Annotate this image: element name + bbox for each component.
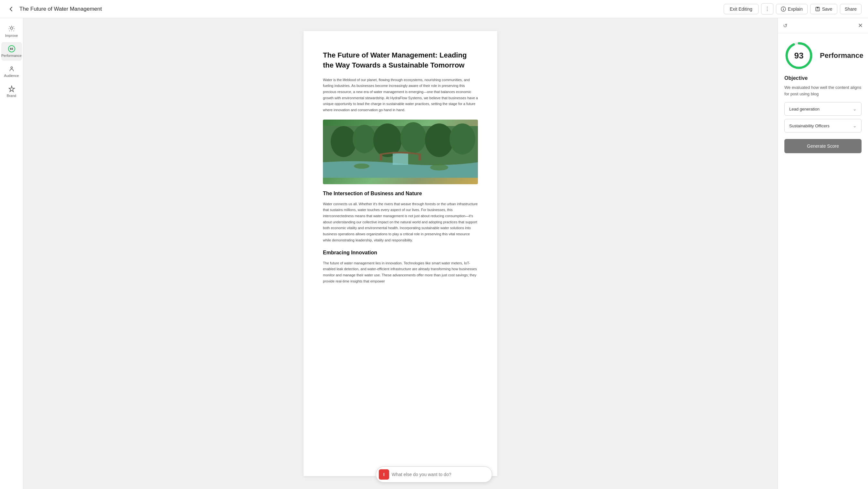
score-number: 93 [795, 51, 804, 61]
document-area[interactable]: The Future of Water Management: Leading … [23, 18, 778, 489]
section2-title: Embracing Innovation [323, 250, 478, 256]
score-section: 93 Performance [778, 33, 868, 75]
generate-btn-section: Generate Score [778, 136, 868, 160]
generate-score-button[interactable]: Generate Score [784, 139, 862, 153]
topbar-left: The Future of Water Management [6, 4, 102, 13]
document-intro: Water is the lifeblood of our planet, fl… [323, 77, 478, 113]
save-button[interactable]: Save [810, 4, 837, 14]
section1-text: Water connects us all. Whether it's the … [323, 201, 478, 243]
sidebar-performance-label: Performance [1, 54, 22, 58]
section2-text: The future of water management lies in i… [323, 260, 478, 284]
main-area: Improve 93 Performance Audience Brand Th… [0, 18, 868, 489]
lead-generation-label: Lead generation [789, 107, 819, 112]
sidebar-icons: Improve 93 Performance Audience Brand [0, 18, 23, 489]
svg-rect-15 [393, 152, 408, 165]
sidebar-improve-label: Improve [5, 34, 18, 37]
chat-icon-button[interactable]: I [379, 469, 389, 480]
save-label: Save [822, 6, 833, 12]
right-panel: ↺ ✕ 93 Performance Objective We evalua [778, 18, 868, 489]
topbar-right: Exit Editing ⋮ Explain Save Share [724, 3, 862, 15]
svg-point-18 [354, 164, 369, 169]
sidebar-item-improve[interactable]: Improve [1, 22, 22, 41]
svg-rect-4 [817, 7, 818, 8]
svg-rect-17 [418, 154, 421, 160]
exit-editing-button[interactable]: Exit Editing [724, 4, 758, 14]
chat-input-bar: I [376, 466, 492, 483]
svg-point-13 [425, 123, 454, 157]
chat-input[interactable] [392, 472, 487, 477]
svg-point-12 [400, 122, 426, 153]
document-image [323, 120, 478, 184]
svg-point-7 [11, 67, 12, 69]
explain-label: Explain [788, 6, 803, 12]
back-button[interactable] [6, 4, 16, 13]
panel-header: ↺ ✕ [778, 18, 868, 33]
score-label: Performance [820, 51, 864, 60]
svg-point-19 [430, 164, 448, 170]
section1-title: The Intersection of Business and Nature [323, 191, 478, 197]
topbar: The Future of Water Management Exit Edit… [0, 0, 868, 18]
document-main-title: The Future of Water Management: Leading … [323, 51, 478, 70]
panel-refresh-button[interactable]: ↺ [783, 23, 787, 29]
more-options-button[interactable]: ⋮ [761, 3, 773, 15]
lead-generation-chevron: ⌄ [853, 106, 857, 112]
objective-desc: We evaluated how well the content aligns… [784, 84, 862, 97]
svg-point-1 [783, 8, 784, 8]
svg-point-6 [10, 27, 12, 29]
document-page: The Future of Water Management: Leading … [304, 31, 497, 476]
svg-point-10 [352, 125, 376, 153]
sustainability-chevron: ⌄ [853, 123, 857, 128]
sidebar-item-audience[interactable]: Audience [1, 62, 22, 81]
svg-rect-5 [816, 9, 819, 11]
objective-title: Objective [784, 75, 862, 81]
score-circle: 93 [784, 41, 813, 70]
explain-button[interactable]: Explain [776, 4, 808, 14]
sidebar-item-performance[interactable]: 93 Performance [1, 42, 22, 61]
document-title: The Future of Water Management [20, 6, 102, 12]
svg-point-14 [450, 123, 475, 154]
svg-rect-2 [783, 9, 784, 10]
svg-rect-16 [380, 154, 382, 160]
sidebar-brand-label: Brand [7, 94, 16, 97]
objective-section: Objective We evaluated how well the cont… [778, 75, 868, 102]
svg-point-9 [331, 126, 356, 157]
lead-generation-dropdown[interactable]: Lead generation ⌄ [784, 102, 862, 116]
dropdown-section: Lead generation ⌄ Sustainability Officer… [778, 102, 868, 136]
sidebar-item-brand[interactable]: Brand [1, 82, 22, 101]
sustainability-officers-label: Sustainability Officers [789, 123, 830, 128]
sustainability-officers-dropdown[interactable]: Sustainability Officers ⌄ [784, 119, 862, 133]
share-button[interactable]: Share [840, 4, 862, 14]
panel-close-button[interactable]: ✕ [858, 22, 863, 29]
sidebar-audience-label: Audience [4, 74, 19, 78]
